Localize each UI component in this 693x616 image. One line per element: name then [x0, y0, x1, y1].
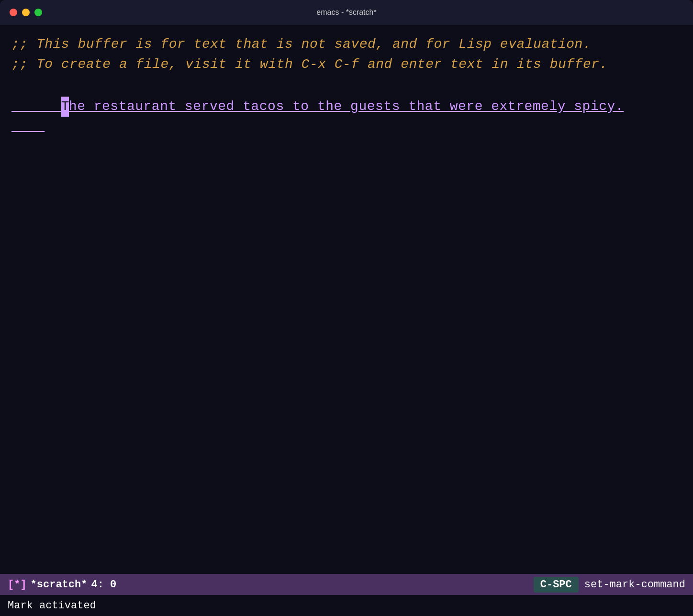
echo-message: Mark activated [8, 600, 96, 612]
mode-line-left: [*] *scratch* 4: 0 [8, 579, 534, 591]
mode-line-right: C-SPC set-mark-command [534, 577, 685, 593]
window-title: emacs - *scratch* [316, 8, 376, 17]
cursor: T [61, 97, 69, 117]
editor-area[interactable]: ;; This buffer is for text that is not s… [0, 25, 693, 574]
close-button[interactable] [10, 9, 17, 16]
mode-line: [*] *scratch* 4: 0 C-SPC set-mark-comman… [0, 574, 693, 595]
mode-line-buffer-name: *scratch* [31, 579, 88, 591]
minimize-button[interactable] [22, 9, 30, 16]
emacs-window: emacs - *scratch* ;; This buffer is for … [0, 0, 693, 616]
command-name: set-mark-command [584, 579, 685, 591]
maximize-button[interactable] [34, 9, 42, 16]
echo-area: Mark activated [0, 595, 693, 616]
keybinding-badge: C-SPC [534, 577, 579, 593]
content-after-cursor: he restaurant served tacos to the guests… [69, 99, 624, 114]
titlebar: emacs - *scratch* [0, 0, 693, 25]
mode-line-position: 4: 0 [91, 579, 116, 591]
content-line: The restaurant served tacos to the guest… [11, 77, 682, 137]
traffic-lights [10, 9, 42, 16]
comment-line-2: ;; To create a file, visit it with C-x C… [11, 55, 682, 75]
comment-line-1: ;; This buffer is for text that is not s… [11, 34, 682, 55]
mode-line-indicator: [*] [8, 579, 27, 591]
